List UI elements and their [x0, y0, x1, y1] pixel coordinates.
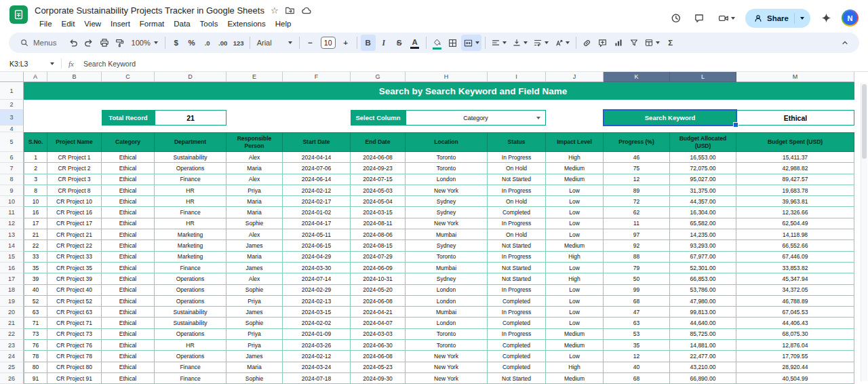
cell[interactable]: 2024-05-20 [351, 285, 406, 296]
cell[interactable]: 2024-03-15 [351, 207, 406, 218]
cell[interactable]: Sophie [226, 318, 283, 328]
cell[interactable]: Alex [226, 152, 283, 163]
cell[interactable]: Finance [155, 263, 226, 273]
cell[interactable]: Low [546, 351, 604, 362]
cell[interactable]: 89 [604, 185, 670, 196]
row-header-23[interactable]: 23 [0, 340, 24, 351]
cell[interactable]: CR Project 22 [47, 240, 102, 251]
cell[interactable]: Low [546, 207, 604, 218]
select-column-dropdown[interactable]: Category [406, 110, 546, 126]
cell[interactable]: High [546, 252, 604, 263]
increase-decimals-icon[interactable]: .00 [216, 35, 231, 51]
cell[interactable]: 45,347.94 [736, 273, 854, 284]
cell[interactable]: 92 [604, 240, 670, 251]
fill-color-button[interactable] [430, 35, 445, 51]
cell[interactable]: Low [546, 196, 604, 207]
cell[interactable]: Priya [226, 296, 283, 307]
cell[interactable]: 68 [604, 296, 670, 307]
percent-format-icon[interactable]: % [184, 35, 199, 51]
cell[interactable]: 40 [24, 285, 47, 296]
row-header-22[interactable]: 22 [0, 329, 24, 340]
cell[interactable]: Not Started [488, 240, 546, 251]
row-header-2[interactable]: 2 [0, 100, 24, 110]
cell[interactable]: Maria [226, 362, 283, 373]
cell[interactable]: 2024-01-02 [283, 207, 351, 218]
cell[interactable]: 43,210.00 [670, 362, 736, 373]
cell[interactable]: CR Project 3 [47, 174, 102, 185]
bold-button[interactable]: B [361, 35, 376, 51]
column-header-M[interactable]: M [736, 72, 854, 82]
cell[interactable]: CR Project 39 [47, 273, 102, 284]
sheets-logo[interactable] [9, 5, 28, 24]
cell[interactable]: Completed [488, 351, 546, 362]
cell[interactable]: 2024-05-23 [351, 362, 406, 373]
meet-video-icon[interactable] [715, 10, 738, 26]
user-avatar[interactable]: N [842, 9, 859, 26]
cell[interactable]: 2024-06-15 [283, 240, 351, 251]
cell[interactable]: CR Project 76 [47, 340, 102, 351]
column-header-F[interactable]: F [283, 72, 351, 82]
cell[interactable]: Ethical [102, 163, 155, 174]
cell[interactable]: James [226, 263, 283, 273]
cell[interactable]: On Hold [488, 163, 546, 174]
cell[interactable]: 67,977.00 [670, 252, 736, 263]
row-header-11[interactable]: 11 [0, 207, 24, 218]
cell[interactable]: Ethical [102, 373, 155, 384]
cell[interactable]: 33 [24, 252, 47, 263]
cell[interactable]: Operations [155, 296, 226, 307]
insert-link-icon[interactable] [580, 35, 595, 51]
cell[interactable]: Alex [226, 174, 283, 185]
cell[interactable]: 2024-02-29 [283, 285, 351, 296]
cell[interactable]: 16,304.00 [670, 207, 736, 218]
cell[interactable]: Completed [488, 340, 546, 351]
cell[interactable]: 53,786.00 [670, 285, 736, 296]
cell[interactable]: 44,357.00 [670, 196, 736, 207]
cell[interactable]: 63 [24, 307, 47, 318]
cell-j3[interactable] [546, 110, 604, 126]
cell[interactable]: 17,709.55 [736, 351, 854, 362]
cell[interactable]: 14,118.98 [736, 229, 854, 240]
menu-extensions[interactable]: Extensions [222, 19, 270, 28]
row-header-20[interactable]: 20 [0, 307, 24, 318]
share-options-button[interactable] [794, 13, 804, 24]
cell[interactable]: 2024-05-03 [351, 185, 406, 196]
cell[interactable]: Ethical [102, 174, 155, 185]
cell[interactable]: 93,293.00 [670, 240, 736, 251]
decrease-decimals-icon[interactable]: .0 [200, 35, 215, 51]
cell[interactable]: 68 [604, 373, 670, 384]
cell[interactable]: Completed [488, 318, 546, 328]
cell[interactable]: Low [546, 263, 604, 273]
cell[interactable]: 8 [24, 185, 47, 196]
cell[interactable]: Alex [226, 273, 283, 284]
cell[interactable]: 73 [24, 329, 47, 340]
row-header-18[interactable]: 18 [0, 285, 24, 296]
cell[interactable]: 42,988.82 [736, 163, 854, 174]
row-header-26[interactable]: 26 [0, 373, 24, 384]
text-wrap-icon[interactable] [531, 35, 551, 51]
cell[interactable]: New York [406, 218, 488, 229]
column-header-K[interactable]: K [604, 72, 670, 82]
row-header-9[interactable]: 9 [0, 185, 24, 196]
cell[interactable]: 72 [604, 196, 670, 207]
horizontal-align-icon[interactable] [489, 35, 509, 51]
gemini-sparkle-icon[interactable] [818, 10, 834, 26]
cell[interactable]: 66,552.66 [736, 240, 854, 251]
share-button[interactable]: Share [745, 9, 810, 28]
cell[interactable]: Sydney [406, 273, 488, 284]
cell[interactable]: High [546, 152, 604, 163]
cell[interactable]: Marketing [155, 229, 226, 240]
cell[interactable]: Medium [546, 163, 604, 174]
cell[interactable]: 2 [24, 163, 47, 174]
insert-comment-icon[interactable] [595, 35, 610, 51]
menu-format[interactable]: Format [135, 19, 169, 28]
cell[interactable]: Low [546, 218, 604, 229]
cell[interactable]: New York [406, 351, 488, 362]
menu-file[interactable]: File [35, 19, 57, 28]
cell[interactable]: Low [546, 185, 604, 196]
column-header-E[interactable]: E [226, 72, 283, 82]
menu-edit[interactable]: Edit [57, 19, 80, 28]
cell[interactable]: 14,235.00 [670, 229, 736, 240]
total-record-value[interactable]: 21 [155, 110, 226, 126]
cell[interactable]: 2024-07-06 [283, 163, 351, 174]
redo-icon[interactable] [81, 35, 96, 51]
